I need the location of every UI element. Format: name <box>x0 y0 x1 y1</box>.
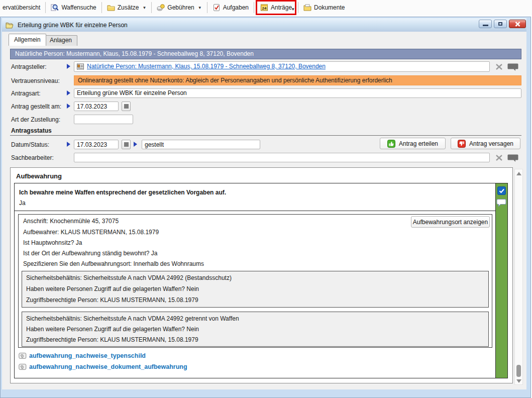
toolbar-item-gebuehren[interactable]: Gebühren ▼ <box>153 2 205 13</box>
minimize-icon <box>483 25 488 26</box>
scroll-up-icon[interactable] <box>516 172 521 175</box>
status-input[interactable] <box>142 140 260 149</box>
thumbs-up-icon <box>387 140 395 148</box>
toolbar-label: Zusätze <box>118 4 139 11</box>
close-button[interactable] <box>509 20 526 28</box>
detail-line: Aufbewahrer: KLAUS MUSTERMANN, 15.08.197… <box>23 229 159 236</box>
detail-line: Ist Hauptwohnsitz? Ja <box>23 239 82 246</box>
vertrauensniveau-label: Vertrauensniveau: <box>11 77 60 84</box>
antragsteller-label: Antragsteller: <box>11 63 47 70</box>
tab-allgemein[interactable]: Allgemein <box>9 34 46 46</box>
toolbar-item-antraege[interactable]: 24 Anträge <box>259 3 293 13</box>
antragsart-field[interactable]: Erteilung grüne WBK für einzelne Person <box>74 88 521 98</box>
toolbar-separator <box>151 2 152 13</box>
date-picker-button[interactable] <box>122 140 131 149</box>
attachment-icon <box>18 352 27 360</box>
documents-folder-icon <box>303 4 311 12</box>
thumbs-down-icon <box>458 140 466 148</box>
antraege-highlight-box: 24 Anträge <box>256 0 296 15</box>
toolbar-item-reservatuebersicht[interactable]: ervatübersicht <box>0 3 44 13</box>
clear-x-icon <box>495 154 503 161</box>
attachment-link-typenschild[interactable]: aufbewahrung_nachweise_typenschild <box>29 352 146 360</box>
maximize-button[interactable] <box>494 20 507 28</box>
answer-comment-button[interactable] <box>496 198 507 208</box>
required-arrow-icon <box>67 104 70 109</box>
attachment-link-dokument-aufbewahrung[interactable]: aufbewahrung_nachweise_dokument_aufbewah… <box>29 363 187 371</box>
main-toolbar: ervatübersicht Waffensuche Zusätze ▼ Geb… <box>0 0 532 15</box>
toolbar-item-dokumente[interactable]: Dokumente <box>300 2 348 13</box>
container-line: Haben weitere Personen Zugriff auf die g… <box>26 285 199 292</box>
comment-bubble-icon <box>507 63 518 71</box>
clear-sachbearbeiter-button[interactable] <box>493 153 505 163</box>
vertrauensniveau-warning: Onlineantrag gestellt ohne Nutzerkonto: … <box>74 75 521 85</box>
date-picker-button[interactable] <box>122 102 131 111</box>
button-label: Antrag versagen <box>469 140 513 147</box>
art-der-zustellung-input[interactable] <box>74 115 133 124</box>
attachment-icon <box>18 363 27 371</box>
container-line: Zugriffsberechtigte Person: KLAUS MUSTER… <box>26 336 198 343</box>
required-arrow-icon <box>67 142 70 147</box>
clear-antragsteller-button[interactable] <box>493 62 505 72</box>
antrag-gestellt-am-input[interactable] <box>74 102 119 111</box>
antragsart-label: Antragsart: <box>11 90 41 97</box>
sachbearbeiter-comment-button[interactable] <box>506 152 519 163</box>
scroll-down-icon[interactable] <box>516 379 521 383</box>
container-line: Sicherheitsbehältnis: Sicherheitsstufe A… <box>26 315 239 322</box>
tab-anlagen[interactable]: Anlagen <box>44 35 77 46</box>
minimize-button[interactable] <box>479 20 492 28</box>
section-divider <box>10 135 521 136</box>
toolbar-item-zusaetze[interactable]: Zusätze ▼ <box>103 2 150 13</box>
folder-icon <box>107 4 115 12</box>
tab-label: Anlagen <box>50 37 72 44</box>
antragsteller-link[interactable]: Natürliche Person: Mustermann, Klaus, 15… <box>87 62 326 71</box>
sachbearbeiter-label: Sachbearbeiter: <box>11 154 54 161</box>
toolbar-separator <box>207 2 207 13</box>
art-der-zustellung-label: Art der Zustellung: <box>11 116 60 123</box>
toolbar-label: Gebühren <box>167 4 194 11</box>
container-line: Sicherheitsbehältnis: Sicherheitsstufe A… <box>26 274 232 281</box>
check-icon <box>498 187 505 194</box>
toolbar-separator <box>45 2 46 13</box>
required-arrow-icon <box>134 142 137 147</box>
scrollbar-thumb[interactable] <box>516 365 521 377</box>
person-card-icon <box>77 63 84 70</box>
container-line: Haben weitere Personen Zugriff auf die g… <box>26 326 199 333</box>
aufbewahrungsort-anzeigen-button[interactable]: Aufbewahrungsort anzeigen <box>411 216 490 228</box>
toolbar-overflow-button[interactable]: ▾ <box>292 7 294 12</box>
antragsteller-comment-button[interactable] <box>506 61 519 72</box>
toolbar-separator <box>101 2 102 13</box>
window-folder-icon <box>6 21 14 29</box>
antragsstatus-heading: Antragsstatus <box>11 127 52 134</box>
answer-checked-checkbox[interactable] <box>497 186 506 195</box>
antrag-gestellt-am-label: Antrag gestellt am: <box>11 103 61 110</box>
antrag-versagen-button[interactable]: Antrag versagen <box>451 138 520 149</box>
answer-status-bar <box>495 183 507 378</box>
datum-status-label: Datum/Status: <box>11 141 49 148</box>
toolbar-label: Waffensuche <box>61 4 96 11</box>
antrag-erteilen-button[interactable]: Antrag erteilen <box>380 138 446 149</box>
vertical-scrollbar[interactable] <box>514 169 523 385</box>
toolbar-item-aufgaben[interactable]: Aufgaben <box>209 2 252 13</box>
comment-bubble-icon <box>507 154 518 162</box>
toolbar-item-waffensuche[interactable]: Waffensuche <box>47 2 99 13</box>
toolbar-separator <box>298 2 298 13</box>
button-label: Aufbewahrungsort anzeigen <box>413 219 488 226</box>
clear-x-icon <box>495 63 503 70</box>
container-line: Zugriffsberechtigte Person: KLAUS MUSTER… <box>26 296 198 304</box>
sachbearbeiter-input[interactable] <box>74 153 490 162</box>
required-arrow-icon <box>67 64 70 69</box>
button-label: Antrag erteilen <box>399 140 438 147</box>
applications-calendar-icon: 24 <box>260 4 268 12</box>
required-arrow-icon <box>67 90 70 95</box>
question-box: Ich bewahre meine Waffen entsprechend de… <box>15 183 495 211</box>
antragsteller-field[interactable]: Natürliche Person: Mustermann, Klaus, 15… <box>74 61 490 72</box>
status-date-input[interactable] <box>74 140 119 149</box>
toolbar-label: Dokumente <box>314 4 345 11</box>
close-icon <box>515 22 520 27</box>
toolbar-label: ervatübersicht <box>3 4 40 11</box>
question-text: Ich bewahre meine Waffen entsprechend de… <box>19 189 226 196</box>
chevron-down-icon: ▼ <box>142 6 146 10</box>
date-picker-icon <box>124 142 129 147</box>
aufbewahrung-heading: Aufbewahrung <box>16 172 62 180</box>
window-titlebar[interactable]: Erteilung grüne WBK für einzelne Person <box>2 18 526 32</box>
